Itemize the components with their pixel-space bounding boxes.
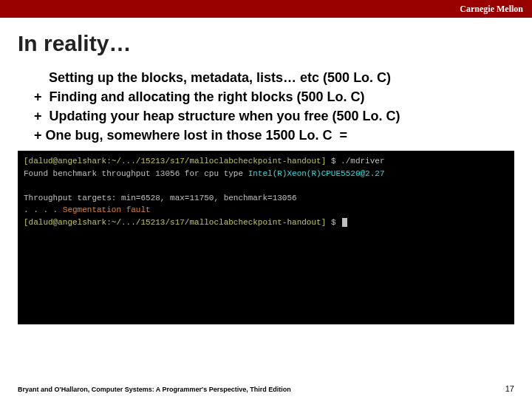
- bullet-line: + Finding and allocating the right block…: [34, 87, 510, 106]
- terminal-line: Found benchmark throughput 13056 for cpu…: [24, 169, 248, 178]
- terminal-command: $ ./mdriver: [326, 157, 384, 166]
- terminal-blank: [24, 181, 29, 190]
- bullet-line: + Updating your heap structure when you …: [34, 106, 510, 126]
- terminal-cpu: Intel(R)Xeon(R)CPUE5520@2.27: [248, 169, 385, 178]
- terminal-dots: . . . .: [24, 205, 63, 214]
- page-number: 17: [505, 384, 514, 393]
- slide-title: In reality…: [18, 31, 532, 56]
- terminal-output: [dalud@angelshark:~/.../15213/s17/malloc…: [18, 151, 514, 324]
- terminal-prompt: [dalud@angelshark:~/.../15213/s17/malloc…: [24, 157, 326, 166]
- footer-attribution: Bryant and O'Hallaron, Computer Systems:…: [18, 386, 291, 393]
- brand-label: Carnegie Mellon: [460, 4, 523, 15]
- header-band: Carnegie Mellon: [0, 0, 532, 18]
- terminal-command: $: [326, 218, 341, 227]
- bullet-line: Setting up the blocks, metadata, lists… …: [34, 68, 510, 87]
- terminal-cursor-icon: [342, 218, 347, 227]
- footer: Bryant and O'Hallaron, Computer Systems:…: [18, 384, 514, 393]
- bullet-list: Setting up the blocks, metadata, lists… …: [34, 68, 510, 145]
- terminal-segfault: Segmentation fault: [63, 205, 151, 214]
- terminal-prompt: [dalud@angelshark:~/.../15213/s17/malloc…: [24, 218, 326, 227]
- bullet-line: + One bug, somewhere lost in those 1500 …: [34, 126, 510, 145]
- terminal-line: Throughput targets: min=6528, max=11750,…: [24, 194, 297, 202]
